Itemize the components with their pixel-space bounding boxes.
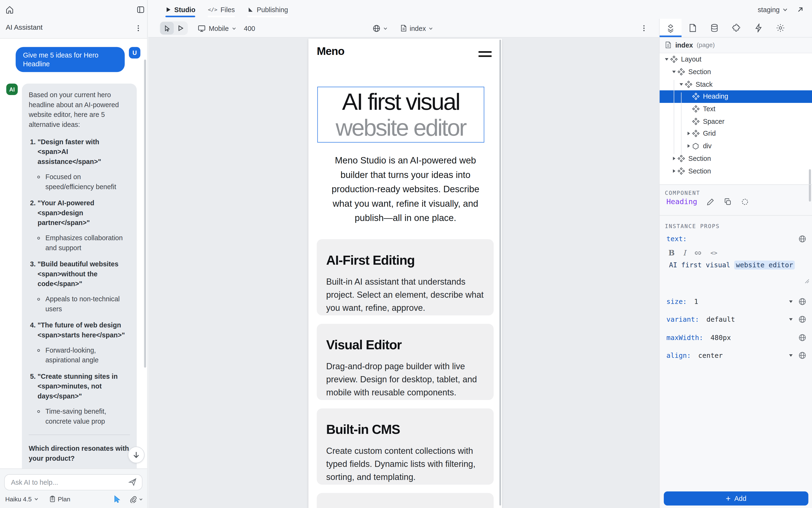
environment-selector[interactable]: staging [758, 0, 788, 19]
canvas-area[interactable]: Meno AI first visual website editor Meno… [148, 38, 659, 508]
italic-icon[interactable]: I [683, 249, 686, 257]
ai-avatar: AI [6, 84, 17, 95]
prop-value[interactable]: 1 [694, 298, 698, 305]
collapse-icon[interactable] [663, 57, 670, 62]
plan-toggle[interactable]: Plan [49, 496, 70, 503]
expand-icon[interactable] [670, 156, 677, 161]
tree-row-heading[interactable]: Heading [660, 90, 812, 103]
link-icon[interactable] [694, 249, 702, 257]
idea-item: "The future of web design <span>starts h… [38, 320, 130, 365]
text-prop-value[interactable]: AI first visual website editor [669, 261, 800, 269]
model-selector[interactable]: Haiku 4.5 [5, 496, 39, 503]
feature-card[interactable]: Built-in CMSCreate custom content collec… [317, 409, 493, 485]
tree-row-layout[interactable]: Layout [660, 53, 812, 66]
tree-scrollbar[interactable] [809, 169, 811, 202]
send-icon[interactable] [129, 478, 137, 486]
edit-component-icon[interactable] [707, 198, 714, 206]
canvas-menu-icon[interactable] [638, 23, 650, 34]
dropdown-caret-icon[interactable] [789, 299, 793, 304]
breakpoint-globe-icon[interactable] [799, 235, 806, 243]
tree-row-label: Grid [703, 130, 716, 137]
assistant-menu-icon[interactable] [133, 23, 144, 34]
highlighted-span-token[interactable]: website editor [734, 261, 795, 269]
expand-icon[interactable] [685, 144, 692, 149]
dropdown-caret-icon[interactable] [789, 317, 793, 322]
site-logo[interactable]: Meno [317, 45, 344, 57]
device-selector[interactable]: Mobile 400 [198, 19, 255, 38]
collapse-icon[interactable] [670, 70, 677, 74]
home-icon[interactable] [4, 4, 15, 15]
tab-settings[interactable] [769, 19, 791, 37]
tab-pages[interactable] [682, 19, 704, 37]
feature-card[interactable]: AI-First EditingBuilt-in AI assistant th… [317, 239, 493, 315]
idea-note: Time-saving benefit, concrete value prop [45, 406, 130, 426]
model-name: Haiku 4.5 [5, 496, 32, 503]
feature-card[interactable]: Multi Language [317, 493, 493, 508]
tab-layers[interactable] [660, 19, 681, 37]
user-avatar: U [129, 47, 140, 58]
tab-plugins[interactable] [725, 19, 747, 37]
tree-row-section[interactable]: Section [660, 165, 812, 177]
tool-segment [160, 22, 188, 35]
code-icon[interactable]: <> [710, 250, 717, 256]
viewport-width-value[interactable]: 400 [244, 24, 255, 32]
puzzle-icon [732, 24, 741, 32]
add-button[interactable]: + Add [664, 491, 808, 505]
chat-scroll-area[interactable]: Give me 5 ideas for Hero Headline U AI B… [0, 38, 147, 469]
hero-line-2: website editor [318, 115, 484, 141]
scroll-to-bottom-button[interactable] [128, 447, 144, 463]
tree-row-spacer[interactable]: Spacer [660, 115, 812, 128]
dropdown-caret-icon[interactable] [789, 353, 793, 358]
page-selector[interactable]: index [400, 24, 433, 32]
locale-selector[interactable] [373, 24, 388, 32]
tree-row-stack[interactable]: Stack [660, 78, 812, 90]
clipboard-icon [49, 496, 56, 503]
tab-studio[interactable]: Studio [165, 0, 195, 19]
tree-row-section[interactable]: Section [660, 66, 812, 78]
selected-heading-outline[interactable]: AI first visual website editor [317, 87, 484, 142]
breakpoint-globe-icon[interactable] [799, 334, 806, 341]
site-intro-paragraph[interactable]: Meno Studio is an AI-powered web builder… [322, 154, 489, 225]
collapse-icon[interactable] [677, 82, 685, 86]
ask-ai-input[interactable] [10, 477, 129, 486]
expand-icon[interactable] [670, 168, 677, 173]
idea-headline: "The future of web design <span>starts h… [38, 320, 130, 340]
message-divider [29, 434, 130, 435]
preview-scrollbar[interactable] [499, 40, 501, 506]
preview-page[interactable]: Meno AI first visual website editor Meno… [308, 39, 502, 508]
prop-value[interactable]: center [698, 351, 723, 359]
assistant-header: AI Assistant [0, 19, 147, 38]
select-tool-icon[interactable] [113, 495, 121, 503]
plan-label: Plan [58, 496, 70, 503]
component-name[interactable]: Heading [666, 198, 697, 206]
bold-icon[interactable]: B [669, 249, 675, 257]
detach-component-icon[interactable] [741, 198, 749, 206]
tab-files[interactable]: </> Files [208, 0, 235, 19]
preview-play-button[interactable] [174, 22, 187, 35]
feature-card-body: Drag-and-drop page builder with live pre… [326, 360, 484, 399]
tab-data[interactable] [704, 19, 725, 37]
chat-scrollbar[interactable] [144, 60, 146, 368]
expand-icon[interactable] [685, 131, 692, 136]
duplicate-component-icon[interactable] [724, 198, 732, 206]
tree-row-grid[interactable]: Grid [660, 128, 812, 140]
textarea-resize-handle[interactable] [805, 279, 809, 284]
tree-row-text[interactable]: Text [660, 103, 812, 115]
breakpoint-globe-icon[interactable] [799, 315, 806, 324]
prop-value[interactable]: default [706, 315, 735, 324]
tree-row-section[interactable]: Section [660, 152, 812, 165]
breakpoint-globe-icon[interactable] [799, 298, 806, 305]
prop-name: variant: [666, 315, 699, 324]
feature-card[interactable]: Visual EditorDrag-and-drop page builder … [317, 324, 493, 400]
prop-value[interactable]: 480px [710, 334, 731, 341]
idea-headline: "Design faster with <span>AI assistance<… [38, 137, 130, 167]
breakpoint-globe-icon[interactable] [799, 351, 806, 359]
tree-row-div[interactable]: div [660, 140, 812, 152]
select-tool-button[interactable] [160, 22, 174, 35]
attach-file-control[interactable] [129, 496, 143, 503]
tab-publishing[interactable]: Publishing [247, 0, 288, 19]
open-in-new-icon[interactable] [794, 4, 806, 16]
tab-actions[interactable] [747, 19, 769, 37]
hamburger-menu-icon[interactable] [479, 51, 492, 59]
toggle-sidebar-icon[interactable] [135, 4, 146, 15]
